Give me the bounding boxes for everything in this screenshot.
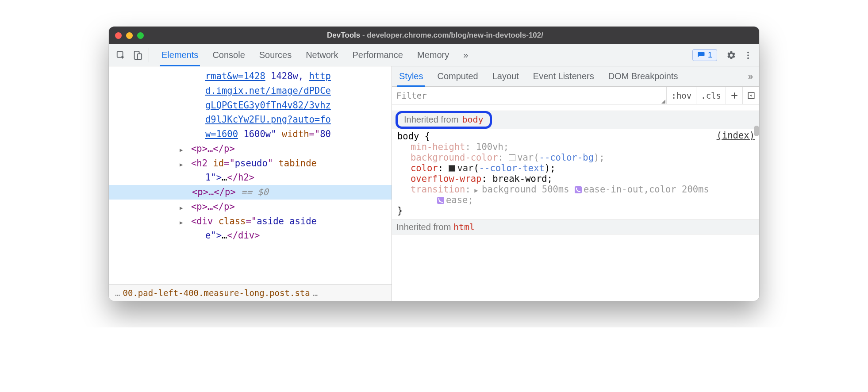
bezier-editor-icon[interactable] xyxy=(437,197,444,204)
toggle-rendering-panel-icon[interactable] xyxy=(742,87,759,104)
titlebar: DevTools - developer.chrome.com/blog/new… xyxy=(109,27,759,44)
svg-point-4 xyxy=(747,54,749,56)
device-toolbar-icon[interactable] xyxy=(129,50,146,60)
devtools-window: DevTools - developer.chrome.com/blog/new… xyxy=(109,27,759,301)
dom-node-h2[interactable]: <h2 id="pseudo" tabinde xyxy=(109,156,392,171)
hov-toggle[interactable]: :hov xyxy=(666,87,696,104)
css-prop-transition-cont[interactable]: ease; xyxy=(397,195,755,205)
dom-tree[interactable]: rmat&w=1428 1428w, http d.imgix.net/imag… xyxy=(109,66,392,284)
minimize-window-button[interactable] xyxy=(126,32,133,39)
breadcrumb-ellipsis[interactable]: … xyxy=(310,288,320,298)
dom-line[interactable]: w=1600 1600w" width="80 xyxy=(109,127,392,142)
inherited-from-html-header[interactable]: Inherited from html xyxy=(392,219,759,234)
subtab-styles[interactable]: Styles xyxy=(392,66,430,86)
css-prop-background-color[interactable]: background-color: var(--color-bg); xyxy=(397,152,755,163)
close-window-button[interactable] xyxy=(115,32,122,39)
dom-node-selected[interactable]: <p>…</p> == $0 xyxy=(109,185,392,200)
color-swatch-icon[interactable] xyxy=(509,154,515,161)
subtabs-overflow-icon[interactable]: » xyxy=(742,66,759,86)
subtab-dom-breakpoints[interactable]: DOM Breakpoints xyxy=(601,66,685,86)
more-menu-icon[interactable] xyxy=(740,50,757,60)
window-controls xyxy=(115,32,144,39)
css-prop-transition[interactable]: transition: ▶ background 500ms ease-in-o… xyxy=(397,184,755,195)
tab-sources[interactable]: Sources xyxy=(252,44,299,66)
issues-chip[interactable]: 1 xyxy=(692,49,717,61)
inherited-selector: body xyxy=(462,114,483,125)
breadcrumb-path[interactable]: 00.pad-left-400.measure-long.post.sta xyxy=(123,288,310,298)
titlebar-url: developer.chrome.com/blog/new-in-devtool… xyxy=(367,31,543,39)
css-rule-body[interactable]: (index) body { min-height: 100vh; backgr… xyxy=(392,129,759,218)
svg-rect-2 xyxy=(138,54,142,59)
cls-toggle[interactable]: .cls xyxy=(696,87,726,104)
css-prop-overflow-wrap[interactable]: overflow-wrap: break-word; xyxy=(397,173,755,184)
titlebar-app: DevTools xyxy=(327,31,360,39)
tab-console[interactable]: Console xyxy=(205,44,252,66)
rule-close: } xyxy=(397,205,755,216)
tab-performance[interactable]: Performance xyxy=(346,44,411,66)
toolbar-separator xyxy=(149,48,149,62)
color-swatch-icon[interactable] xyxy=(449,165,455,172)
main-split: rmat&w=1428 1428w, http d.imgix.net/imag… xyxy=(109,66,759,301)
bezier-editor-icon[interactable] xyxy=(575,186,582,193)
dom-node-p[interactable]: <p>…</p> xyxy=(109,200,392,214)
dom-line[interactable]: rmat&w=1428 1428w, http xyxy=(109,69,392,84)
elements-panel: rmat&w=1428 1428w, http d.imgix.net/imag… xyxy=(109,66,392,301)
dom-line[interactable]: d.imgix.net/image/dPDCe xyxy=(109,84,392,98)
css-prop-color[interactable]: color: var(--color-text); xyxy=(397,163,755,173)
tab-memory[interactable]: Memory xyxy=(410,44,456,66)
subtab-layout[interactable]: Layout xyxy=(485,66,526,86)
issues-count: 1 xyxy=(708,50,712,60)
dom-node-p[interactable]: <p>…</p> xyxy=(109,142,392,156)
svg-point-3 xyxy=(747,51,749,53)
styles-sidebar: Styles Computed Layout Event Listeners D… xyxy=(392,66,759,301)
breadcrumb-ellipsis[interactable]: … xyxy=(112,288,123,298)
inspect-element-icon[interactable] xyxy=(112,50,129,60)
dom-line[interactable]: e">…</div> xyxy=(109,228,392,243)
main-toolbar: Elements Console Sources Network Perform… xyxy=(109,44,759,66)
rule-source-link[interactable]: (index) xyxy=(717,130,755,141)
panel-tabs: Elements Console Sources Network Perform… xyxy=(154,44,475,66)
rule-selector[interactable]: body { xyxy=(397,131,755,142)
dom-node-div[interactable]: <div class="aside aside xyxy=(109,214,392,229)
styles-pane[interactable]: Inherited from body (index) body { min-h… xyxy=(392,104,759,301)
subtab-computed[interactable]: Computed xyxy=(430,66,485,86)
sidebar-tabs: Styles Computed Layout Event Listeners D… xyxy=(392,66,759,87)
dom-line[interactable]: 1">…</h2> xyxy=(109,170,392,185)
settings-icon[interactable] xyxy=(723,50,740,60)
styles-filter-row: :hov .cls xyxy=(392,87,759,104)
breadcrumb[interactable]: … 00.pad-left-400.measure-long.post.sta … xyxy=(109,284,392,301)
svg-point-5 xyxy=(747,57,749,59)
subtab-event-listeners[interactable]: Event Listeners xyxy=(526,66,601,86)
tab-elements[interactable]: Elements xyxy=(154,44,205,66)
dom-line[interactable]: d9lJKcYw2FU.png?auto=fo xyxy=(109,112,392,127)
issues-icon xyxy=(697,51,705,59)
inherited-from-body-header[interactable]: Inherited from body xyxy=(392,111,759,129)
css-prop-min-height[interactable]: min-height: 100vh; xyxy=(397,142,755,152)
dom-line[interactable]: gLQPGtEG3y0fTn4v82/3vhz xyxy=(109,98,392,113)
tabs-overflow-icon[interactable]: » xyxy=(456,44,475,66)
tab-network[interactable]: Network xyxy=(299,44,345,66)
styles-filter-input[interactable] xyxy=(392,87,666,104)
maximize-window-button[interactable] xyxy=(137,32,144,39)
titlebar-title: DevTools - developer.chrome.com/blog/new… xyxy=(144,31,726,40)
inherited-selector: html xyxy=(453,222,475,232)
new-style-rule-icon[interactable] xyxy=(726,87,742,104)
